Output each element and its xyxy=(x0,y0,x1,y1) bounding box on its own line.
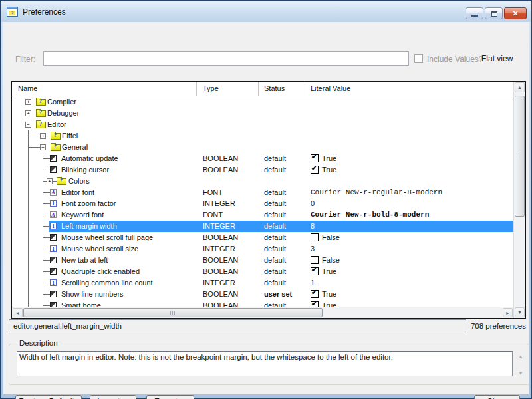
check-icon: ✔ xyxy=(311,266,317,273)
column-header-type[interactable]: Type xyxy=(203,84,219,92)
tree-line xyxy=(43,283,50,283)
title-bar[interactable]: Preferences ✕ xyxy=(1,1,531,22)
tree-row-show-line-numbers[interactable]: Show line numbersBOOLEANuser set✔True xyxy=(12,289,513,300)
window-title: Preferences xyxy=(23,7,66,17)
integer-pref-icon: 1 xyxy=(50,245,57,252)
pref-status: default xyxy=(264,222,286,230)
pref-status: default xyxy=(264,233,286,241)
expand-toggle[interactable]: + xyxy=(25,99,31,105)
expand-toggle[interactable]: + xyxy=(40,133,46,139)
tree-row-keyword-font[interactable]: AKeyword fontFONTdefaultCourier New-r-bo… xyxy=(12,209,513,221)
boolean-pref-icon xyxy=(50,155,57,162)
scroll-up-button[interactable]: ▲ xyxy=(515,82,525,92)
tree-row-eiffel[interactable]: +Eiffel xyxy=(12,130,513,142)
filter-input[interactable] xyxy=(43,51,409,66)
scroll-down-button[interactable]: ▼ xyxy=(515,307,525,317)
tree-line xyxy=(43,305,50,306)
font-pref-icon: A xyxy=(50,211,57,218)
tree-line xyxy=(43,249,50,249)
vertical-scrollbar[interactable]: ▲ ▼ xyxy=(513,82,525,318)
pref-value-label: False xyxy=(322,256,340,264)
tree-line xyxy=(28,221,29,232)
tree-line xyxy=(43,170,50,170)
pref-type: INTEGER xyxy=(203,200,235,207)
tree-row-colors[interactable]: +Colors xyxy=(12,176,513,187)
export-button[interactable]: Export ... xyxy=(146,395,194,399)
scroll-left-button[interactable]: ◄ xyxy=(13,308,23,317)
pref-type: BOOLEAN xyxy=(203,301,238,307)
minimize-icon xyxy=(471,15,478,17)
app-icon-folder xyxy=(9,11,15,15)
pref-value-checkbox[interactable] xyxy=(311,233,319,241)
tree-row-smart-home[interactable]: Smart homeBOOLEANdefault✔True xyxy=(12,300,513,307)
pref-type: FONT xyxy=(203,211,223,219)
scroll-right-button[interactable]: ► xyxy=(503,308,513,317)
tree-row-compiler[interactable]: +Compiler xyxy=(12,96,513,108)
horizontal-scroll-thumb[interactable] xyxy=(23,308,323,317)
tree-row-editor[interactable]: −Editor xyxy=(12,119,513,130)
preferences-tree-panel: Name Type Status Literal Value +Compiler… xyxy=(11,81,526,319)
tree-line xyxy=(28,198,29,209)
tree-row-blinking-cursor[interactable]: Blinking cursorBOOLEANdefault✔True xyxy=(12,164,513,176)
tree-row-automatic-update[interactable]: Automatic updateBOOLEANdefault✔True xyxy=(12,153,513,164)
pref-value-checkbox[interactable]: ✔ xyxy=(311,267,319,275)
pref-type: INTEGER xyxy=(203,245,235,253)
expand-toggle[interactable]: − xyxy=(40,144,46,150)
column-header-literal-value[interactable]: Literal Value xyxy=(311,84,350,92)
include-values-checkbox[interactable] xyxy=(414,54,423,63)
pref-value-checkbox[interactable]: ✔ xyxy=(311,154,319,162)
close-window-button[interactable]: ✕ xyxy=(504,7,527,19)
pref-value: Courier New-r-regular-8-modern xyxy=(311,188,442,196)
description-scroll-up-icon: ▲ xyxy=(516,354,525,360)
pref-value: 0 xyxy=(311,200,315,207)
tree-row-new-tab-at-left[interactable]: New tab at leftBOOLEANdefaultFalse xyxy=(12,255,513,266)
app-icon[interactable] xyxy=(7,7,18,17)
pref-type: BOOLEAN xyxy=(203,166,238,174)
close-button[interactable]: Close xyxy=(474,395,520,399)
pref-value-checkbox[interactable]: ✔ xyxy=(311,301,319,307)
preference-count: 708 preferences xyxy=(462,322,526,330)
expand-toggle[interactable]: + xyxy=(25,110,31,116)
folder-icon xyxy=(36,122,46,128)
app-icon-bar xyxy=(7,7,17,9)
caption-buttons: ✕ xyxy=(466,7,527,19)
pref-value-checkbox[interactable]: ✔ xyxy=(311,290,319,298)
tree-row-font-zoom-factor[interactable]: 1Font zoom factorINTEGERdefault0 xyxy=(12,198,513,209)
pref-name: Keyword font xyxy=(61,211,104,219)
tree-line xyxy=(29,147,40,148)
tree-row-editor-font[interactable]: AEditor fontFONTdefaultCourier New-r-reg… xyxy=(12,187,513,198)
horizontal-scrollbar[interactable]: ◄ ► xyxy=(12,307,513,318)
scroll-up-icon: ▲ xyxy=(517,85,522,90)
pref-name: Quadruple click enabled xyxy=(61,267,140,275)
tree-line xyxy=(43,271,50,272)
tree-row-quadruple-click-enabled[interactable]: Quadruple click enabledBOOLEANdefault✔Tr… xyxy=(12,266,513,277)
tree-row-debugger[interactable]: +Debugger xyxy=(12,108,513,119)
pref-value-label: True xyxy=(322,166,336,174)
folder-icon xyxy=(36,110,46,117)
pref-status: default xyxy=(264,166,286,174)
pref-name: Editor font xyxy=(61,188,94,196)
expand-toggle[interactable]: − xyxy=(25,122,31,128)
tree-row-mouse-wheel-scroll-full-page[interactable]: Mouse wheel scroll full pageBOOLEANdefau… xyxy=(12,232,513,243)
maximize-button[interactable] xyxy=(485,7,503,19)
tree-row-general[interactable]: −General xyxy=(12,142,513,153)
pref-status: default xyxy=(264,200,286,207)
vertical-scroll-thumb[interactable] xyxy=(515,96,525,217)
folder-icon xyxy=(51,133,61,140)
expand-toggle[interactable]: + xyxy=(47,178,53,184)
check-icon: ✔ xyxy=(311,164,317,172)
tree-row-left-margin-width[interactable]: 1Left margin widthINTEGERdefault8 xyxy=(12,221,513,232)
flat-view-toggle[interactable]: Flat view xyxy=(481,54,513,63)
minimize-button[interactable] xyxy=(466,7,483,19)
column-header-status[interactable]: Status xyxy=(264,84,285,92)
description-textbox: Width of left margin in editor. Note: th… xyxy=(17,351,513,376)
pref-value-checkbox[interactable] xyxy=(311,256,319,264)
restore-defaults-button[interactable]: Restore Defaults xyxy=(15,395,82,399)
tree-row-mouse-wheel-scroll-size[interactable]: 1Mouse wheel scroll sizeINTEGERdefault3 xyxy=(12,243,513,255)
scroll-right-icon: ► xyxy=(505,311,510,315)
integer-pref-icon: 1 xyxy=(50,223,57,229)
column-header-name[interactable]: Name xyxy=(18,84,37,92)
pref-value-checkbox[interactable]: ✔ xyxy=(311,166,319,174)
tree-row-scrolling-common-line-count[interactable]: 1Scrolling common line countINTEGERdefau… xyxy=(12,277,513,289)
import-button[interactable]: Import ... xyxy=(90,395,136,399)
